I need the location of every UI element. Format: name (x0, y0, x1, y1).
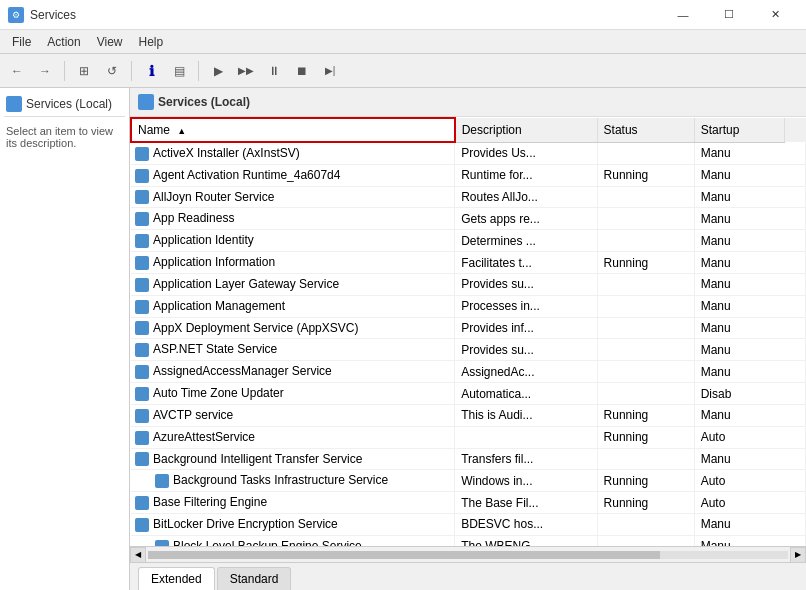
left-panel-title: Services (Local) (26, 97, 112, 111)
toolbar-refresh[interactable]: ↺ (99, 58, 125, 84)
service-name-label: Base Filtering Engine (153, 495, 267, 509)
table-row[interactable]: Application InformationFacilitates t...R… (131, 252, 806, 274)
toolbar-sep-2 (131, 61, 132, 81)
toolbar-list[interactable]: ▤ (166, 58, 192, 84)
service-name-cell: AllJoyn Router Service (131, 186, 455, 208)
hscroll-left[interactable]: ◀ (130, 547, 146, 563)
table-row[interactable]: AllJoyn Router ServiceRoutes AllJo...Man… (131, 186, 806, 208)
service-name-label: Block Level Backup Engine Service (173, 539, 362, 546)
service-desc-cell: Runtime for... (455, 164, 597, 186)
table-row[interactable]: Background Intelligent Transfer ServiceT… (131, 448, 806, 470)
services-table-container: Name ▲ Description Status Startup (130, 117, 806, 546)
toolbar-up[interactable]: ⊞ (71, 58, 97, 84)
toolbar-pause[interactable]: ⏸ (261, 58, 287, 84)
service-icon (135, 452, 149, 466)
service-icon (135, 365, 149, 379)
toolbar-forward[interactable]: → (32, 58, 58, 84)
left-panel-desc: Select an item to view its description. (4, 121, 125, 153)
toolbar-info[interactable]: ℹ (138, 58, 164, 84)
service-status-cell: Running (597, 492, 694, 514)
table-row[interactable]: Application IdentityDetermines ...Manu (131, 230, 806, 252)
hscroll-right[interactable]: ▶ (790, 547, 806, 563)
service-name-label: Application Layer Gateway Service (153, 277, 339, 291)
service-name-cell: AVCTP service (131, 404, 455, 426)
titlebar: ⚙ Services — ☐ ✕ (0, 0, 806, 30)
col-header-name[interactable]: Name ▲ (131, 118, 455, 142)
table-row[interactable]: ActiveX Installer (AxInstSV)Provides Us.… (131, 142, 806, 164)
service-status-cell (597, 295, 694, 317)
service-status-cell (597, 339, 694, 361)
toolbar-stop[interactable]: ⏹ (289, 58, 315, 84)
tab-extended[interactable]: Extended (138, 567, 215, 590)
toolbar-back[interactable]: ← (4, 58, 30, 84)
table-row[interactable]: Auto Time Zone UpdaterAutomatica...Disab (131, 383, 806, 405)
minimize-button[interactable]: — (660, 0, 706, 30)
service-desc-cell: Provides Us... (455, 142, 597, 164)
menu-view[interactable]: View (89, 33, 131, 51)
service-icon (135, 387, 149, 401)
service-desc-cell: Processes in... (455, 295, 597, 317)
service-name-cell: Base Filtering Engine (131, 492, 455, 514)
service-status-cell (597, 142, 694, 164)
menu-action[interactable]: Action (39, 33, 88, 51)
hscroll-track[interactable] (148, 551, 788, 559)
table-row[interactable]: App ReadinessGets apps re...Manu (131, 208, 806, 230)
service-desc-cell: Transfers fil... (455, 448, 597, 470)
service-icon (135, 431, 149, 445)
toolbar: ← → ⊞ ↺ ℹ ▤ ▶ ▶▶ ⏸ ⏹ ▶| (0, 54, 806, 88)
maximize-button[interactable]: ☐ (706, 0, 752, 30)
service-startup-cell: Manu (694, 339, 805, 361)
service-icon (135, 147, 149, 161)
close-button[interactable]: ✕ (752, 0, 798, 30)
service-desc-cell: Routes AllJo... (455, 186, 597, 208)
service-startup-cell: Manu (694, 186, 805, 208)
window-title: Services (30, 8, 76, 22)
col-header-status[interactable]: Status (597, 118, 694, 142)
toolbar-play2[interactable]: ▶▶ (233, 58, 259, 84)
table-row[interactable]: Application Layer Gateway ServiceProvide… (131, 273, 806, 295)
col-header-desc[interactable]: Description (455, 118, 597, 142)
table-row[interactable]: AppX Deployment Service (AppXSVC)Provide… (131, 317, 806, 339)
service-name-label: Application Information (153, 255, 275, 269)
menu-file[interactable]: File (4, 33, 39, 51)
menu-help[interactable]: Help (131, 33, 172, 51)
tab-standard[interactable]: Standard (217, 567, 292, 590)
service-startup-cell: Disab (694, 383, 805, 405)
table-row[interactable]: AVCTP serviceThis is Audi...RunningManu (131, 404, 806, 426)
table-row[interactable]: Block Level Backup Engine ServiceThe WBE… (131, 535, 806, 546)
service-name-cell: Auto Time Zone Updater (131, 383, 455, 405)
service-desc-cell (455, 426, 597, 448)
left-panel-header: Services (Local) (4, 92, 125, 117)
service-status-cell: Running (597, 404, 694, 426)
table-row[interactable]: AssignedAccessManager ServiceAssignedAc.… (131, 361, 806, 383)
service-startup-cell: Manu (694, 273, 805, 295)
service-name-label: Agent Activation Runtime_4a607d4 (153, 168, 340, 182)
service-status-cell (597, 535, 694, 546)
toolbar-restart[interactable]: ▶| (317, 58, 343, 84)
service-name-label: Application Management (153, 299, 285, 313)
service-icon (135, 300, 149, 314)
bottom-tabs: Extended Standard (130, 562, 806, 590)
table-row[interactable]: Background Tasks Infrastructure ServiceW… (131, 470, 806, 492)
service-status-cell: Running (597, 470, 694, 492)
table-row[interactable]: Agent Activation Runtime_4a607d4Runtime … (131, 164, 806, 186)
right-panel-header: Services (Local) (130, 88, 806, 117)
table-row[interactable]: ASP.NET State ServiceProvides su...Manu (131, 339, 806, 361)
service-icon (135, 278, 149, 292)
table-row[interactable]: BitLocker Drive Encryption ServiceBDESVC… (131, 514, 806, 536)
service-status-cell (597, 448, 694, 470)
right-panel: Services (Local) Name ▲ Description (130, 88, 806, 590)
service-name-label: AssignedAccessManager Service (153, 364, 332, 378)
table-row[interactable]: AzureAttestServiceRunningAuto (131, 426, 806, 448)
services-table-wrapper[interactable]: Name ▲ Description Status Startup (130, 117, 806, 546)
toolbar-play[interactable]: ▶ (205, 58, 231, 84)
col-header-startup[interactable]: Startup (694, 118, 785, 142)
horizontal-scrollbar[interactable]: ◀ ▶ (130, 546, 806, 562)
service-startup-cell: Manu (694, 317, 805, 339)
service-icon (155, 540, 169, 546)
table-row[interactable]: Application ManagementProcesses in...Man… (131, 295, 806, 317)
service-name-label: ASP.NET State Service (153, 342, 277, 356)
table-row[interactable]: Base Filtering EngineThe Base Fil...Runn… (131, 492, 806, 514)
app-icon: ⚙ (8, 7, 24, 23)
service-name-cell: AppX Deployment Service (AppXSVC) (131, 317, 455, 339)
